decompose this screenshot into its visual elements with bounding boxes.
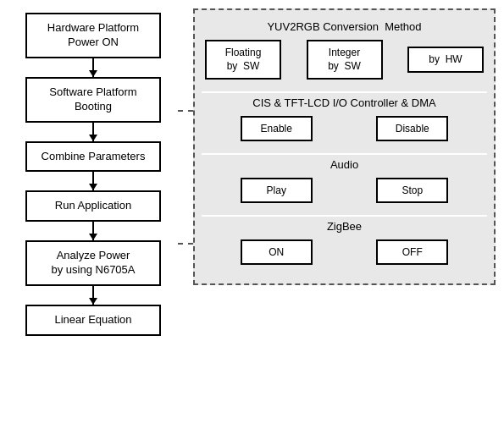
arrow-4: [92, 222, 94, 240]
connector-bottom: [178, 243, 193, 245]
arrow-2: [92, 123, 94, 141]
btn-stop[interactable]: Stop: [376, 178, 448, 203]
flow-box-sw-boot: Software PlatformBooting: [25, 77, 161, 123]
connector-top: [178, 110, 193, 112]
connector-area: [178, 110, 193, 245]
cis-tft-header: CIS & TFT-LCD I/O Controller & DMA: [202, 93, 487, 113]
btn-off[interactable]: OFF: [376, 239, 448, 265]
cis-tft-buttons: Enable Disable: [202, 113, 487, 148]
btn-enable[interactable]: Enable: [241, 116, 313, 141]
audio-buttons: Play Stop: [202, 174, 487, 210]
flow-box-combine: Combine Parameters: [25, 141, 161, 173]
flow-box-analyze: Analyze Powerby using N6705A: [25, 240, 161, 286]
yuv2rgb-header: YUV2RGB Conversion Method: [202, 17, 487, 36]
audio-header: Audio: [202, 155, 487, 174]
section-zigbee: ZigBee ON OFF: [202, 217, 487, 272]
section-cis-tft: CIS & TFT-LCD I/O Controller & DMA Enabl…: [202, 93, 487, 148]
arrow-3: [92, 172, 94, 190]
btn-integer-sw[interactable]: Integerby SW: [307, 40, 383, 80]
yuv2rgb-buttons: Floatingby SW Integerby SW by HW: [202, 36, 487, 86]
btn-play[interactable]: Play: [241, 178, 313, 203]
zigbee-buttons: ON OFF: [202, 236, 487, 272]
right-panel: YUV2RGB Conversion Method Floatingby SW …: [193, 8, 496, 285]
btn-disable[interactable]: Disable: [376, 116, 448, 141]
flow-box-hw-power: Hardware PlatformPower ON: [25, 13, 161, 58]
main-container: Hardware PlatformPower ON Software Platf…: [0, 0, 504, 429]
btn-on[interactable]: ON: [241, 239, 313, 265]
zigbee-header: ZigBee: [202, 217, 487, 236]
arrow-5: [92, 286, 94, 305]
section-yuv2rgb: YUV2RGB Conversion Method Floatingby SW …: [202, 17, 487, 86]
btn-by-hw[interactable]: by HW: [407, 47, 484, 74]
btn-floating-sw[interactable]: Floatingby SW: [205, 40, 281, 80]
arrow-1: [92, 58, 94, 77]
flow-box-run-app: Run Application: [25, 190, 161, 222]
flow-box-linear: Linear Equation: [25, 305, 161, 336]
section-audio: Audio Play Stop: [202, 155, 487, 210]
flowchart: Hardware PlatformPower ON Software Platf…: [8, 8, 178, 336]
